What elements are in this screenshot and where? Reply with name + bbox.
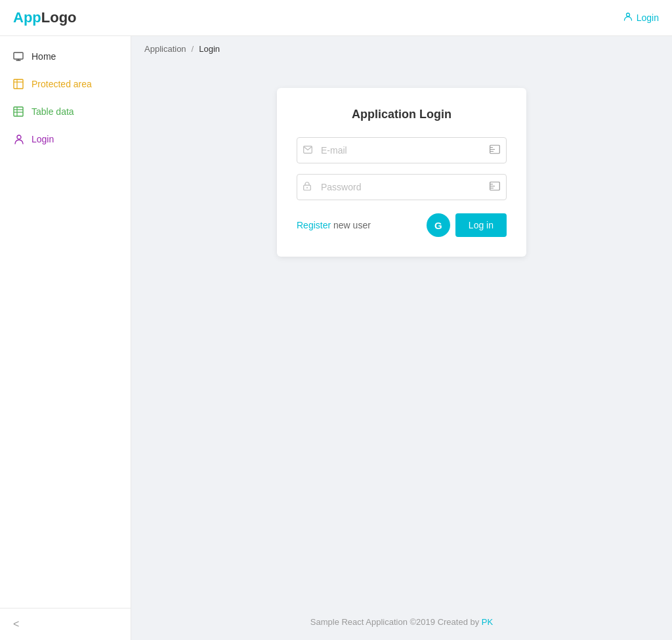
email-field-wrapper bbox=[297, 137, 507, 163]
register-text: new user bbox=[331, 220, 371, 230]
logo-rest-text: Logo bbox=[41, 9, 77, 26]
table-icon bbox=[13, 106, 25, 117]
email-icon bbox=[303, 145, 312, 156]
person-icon bbox=[13, 133, 25, 145]
action-buttons: G Log in bbox=[427, 213, 507, 237]
svg-rect-4 bbox=[14, 79, 23, 89]
app-header: AppLogo Login bbox=[0, 0, 672, 36]
sidebar-item-tabledata[interactable]: Table data bbox=[0, 98, 131, 125]
sidebar-item-login[interactable]: Login bbox=[0, 125, 131, 153]
breadcrumb-current: Login bbox=[199, 44, 220, 54]
sidebar-tabledata-label: Table data bbox=[32, 106, 74, 117]
home-icon bbox=[13, 51, 25, 62]
header-login-link[interactable]: Login bbox=[623, 12, 659, 24]
password-extra-icon bbox=[490, 182, 500, 193]
login-button[interactable]: Log in bbox=[455, 213, 507, 237]
svg-point-0 bbox=[626, 13, 629, 16]
page-footer: Sample React Application ©2019 Created b… bbox=[131, 604, 672, 640]
breadcrumb-separator: / bbox=[192, 44, 194, 54]
sidebar-protected-label: Protected area bbox=[32, 79, 92, 89]
sidebar: Home Protected area bbox=[0, 36, 131, 640]
login-title: Application Login bbox=[297, 108, 507, 121]
password-field-wrapper bbox=[297, 174, 507, 200]
svg-point-11 bbox=[17, 135, 21, 139]
breadcrumb: Application / Login bbox=[131, 36, 672, 62]
sidebar-item-home[interactable]: Home bbox=[0, 43, 131, 70]
header-login-label: Login bbox=[637, 12, 659, 23]
sidebar-collapse-button[interactable]: < bbox=[0, 608, 131, 640]
sidebar-nav: Home Protected area bbox=[0, 36, 131, 608]
svg-rect-7 bbox=[14, 107, 23, 116]
lock-icon bbox=[303, 182, 311, 193]
svg-rect-1 bbox=[14, 53, 23, 59]
register-area: Register new user bbox=[297, 220, 371, 230]
svg-point-18 bbox=[306, 187, 308, 188]
main-content: Application / Login Application Login bbox=[131, 36, 672, 640]
register-link[interactable]: Register bbox=[297, 220, 331, 230]
main-layout: Home Protected area bbox=[0, 36, 672, 640]
footer-text: Sample React Application ©2019 Created b… bbox=[310, 617, 482, 627]
user-icon bbox=[623, 12, 633, 24]
sidebar-home-label: Home bbox=[32, 51, 56, 62]
sidebar-login-label: Login bbox=[32, 134, 54, 144]
login-card: Application Login bbox=[277, 88, 526, 257]
footer-author: PK bbox=[482, 617, 493, 627]
page-content: Application Login bbox=[131, 62, 672, 604]
sidebar-item-protected[interactable]: Protected area bbox=[0, 70, 131, 98]
app-logo[interactable]: AppLogo bbox=[13, 9, 77, 26]
breadcrumb-root[interactable]: Application bbox=[144, 44, 186, 54]
email-extra-icon bbox=[490, 145, 500, 156]
logo-app-text: App bbox=[13, 9, 41, 26]
collapse-icon: < bbox=[13, 618, 19, 629]
protected-area-icon bbox=[13, 78, 25, 90]
password-input[interactable] bbox=[297, 174, 507, 200]
google-login-button[interactable]: G bbox=[427, 213, 450, 237]
form-actions: Register new user G Log in bbox=[297, 213, 507, 237]
email-input[interactable] bbox=[297, 137, 507, 163]
